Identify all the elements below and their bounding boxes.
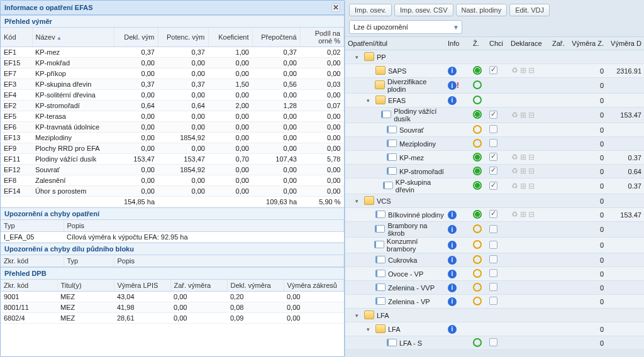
expander-icon[interactable]: ▾: [355, 54, 362, 60]
dpb-col-4[interactable]: Dekl. výměra: [227, 280, 284, 292]
expander-icon[interactable]: ▾: [355, 312, 362, 319]
recycle-icon[interactable]: ♻: [511, 167, 519, 175]
vymery-col-4[interactable]: Koeficient: [208, 28, 252, 47]
minus-box-icon[interactable]: ⊟: [527, 167, 535, 175]
plus-box-icon[interactable]: ⊞: [519, 111, 527, 119]
checkbox[interactable]: [489, 283, 497, 291]
table-row[interactable]: EF5KP-terasa0,000,000,000,000,00: [1, 111, 344, 122]
th-info[interactable]: Info: [445, 37, 470, 50]
table-row[interactable]: EF8Zalesnění0,000,000,000,000,00: [1, 175, 344, 186]
table-row[interactable]: EF15KP-mokřad0,000,000,000,000,00: [1, 58, 344, 69]
table-row[interactable]: EF13Meziplodiny0,001854,920,000,000,00: [1, 133, 344, 143]
info-icon[interactable]: i: [448, 297, 457, 306]
minus-box-icon[interactable]: ⊟: [527, 153, 535, 162]
info-icon[interactable]: i: [448, 81, 457, 90]
th-vz[interactable]: Výměra Z.: [569, 37, 606, 50]
table-row[interactable]: EF2KP-stromořadí0,640,642,001,280,07: [1, 101, 344, 111]
checkbox[interactable]: [489, 167, 497, 175]
tree-row[interactable]: Plodiny vážící dusík♻⊞⊟0153.47: [345, 107, 644, 123]
tree-row[interactable]: ▾PP: [345, 50, 644, 64]
table-row[interactable]: EF4KP-solitérní dřevina0,000,000,000,000…: [1, 90, 344, 101]
plus-box-icon[interactable]: ⊞: [519, 182, 527, 190]
checkbox[interactable]: [489, 125, 497, 133]
table-row[interactable]: EF12Souvrať0,001854,920,000,000,00: [1, 165, 344, 175]
tree-row[interactable]: Souvrať0: [345, 123, 644, 137]
th-chci[interactable]: Chci: [487, 37, 508, 50]
tree-row[interactable]: Konzumní bramboryi0: [345, 238, 644, 253]
vymery-col-0[interactable]: Kód: [1, 28, 32, 47]
table-row[interactable]: EF9Plochy RRD pro EFA0,000,000,000,000,0…: [1, 143, 344, 154]
checkbox[interactable]: [489, 241, 497, 249]
checkbox[interactable]: [489, 297, 497, 305]
checkbox[interactable]: [489, 111, 497, 119]
dpbu-col-1[interactable]: Typ: [64, 255, 114, 267]
recycle-icon[interactable]: ♻: [511, 182, 519, 190]
tree-row[interactable]: Diverzifikace plodini!0: [345, 78, 644, 94]
recycle-icon[interactable]: ♻: [511, 153, 519, 162]
checkbox[interactable]: [489, 269, 497, 277]
btn-imp-osev[interactable]: Imp. osev.: [349, 4, 392, 16]
tree-row[interactable]: Bílkovinné plodinyi♻⊞⊟0153.47: [345, 208, 644, 222]
tree-row[interactable]: Ovoce - VPi0: [345, 267, 644, 281]
dpb-col-1[interactable]: Titul(y): [57, 280, 114, 292]
dpbu-col-0[interactable]: Zkr. kód: [1, 255, 64, 267]
btn-nast-plodiny[interactable]: Nast. plodiny: [456, 4, 508, 16]
table-row[interactable]: I_EFA_05Cílová výměra k výpočtu EFA: 92.…: [1, 232, 344, 243]
btn-imp-osev-csv[interactable]: Imp. osev. CSV: [394, 4, 453, 16]
info-icon[interactable]: i: [448, 283, 457, 292]
table-row[interactable]: EF6KP-travnatá údolnice0,000,000,000,000…: [1, 122, 344, 133]
th-dekl[interactable]: Deklarace: [508, 37, 550, 50]
th-z[interactable]: Ž.: [470, 37, 487, 50]
th-zar[interactable]: Zař.: [550, 37, 569, 50]
table-row[interactable]: EF3KP-skupina dřevin0,370,371,500,560,03: [1, 79, 344, 90]
plus-box-icon[interactable]: ⊞: [519, 167, 527, 175]
minus-box-icon[interactable]: ⊟: [527, 111, 535, 119]
upoz-col-typ[interactable]: Typ: [1, 220, 64, 232]
tree-row[interactable]: KP-mez♻⊞⊟00.37: [345, 151, 644, 165]
info-icon[interactable]: i: [448, 325, 457, 334]
expander-icon[interactable]: ▾: [367, 326, 373, 332]
tree-row[interactable]: KP-skupina dřevin♻⊞⊟00.37: [345, 178, 644, 194]
table-row[interactable]: EF1KP-mez0,370,371,000,370,02: [1, 47, 344, 58]
info-icon[interactable]: i: [448, 211, 457, 219]
recycle-icon[interactable]: ♻: [511, 67, 519, 75]
info-icon[interactable]: i: [448, 241, 457, 250]
checkbox[interactable]: [489, 66, 497, 74]
plus-box-icon[interactable]: ⊞: [519, 67, 527, 75]
minus-box-icon[interactable]: ⊟: [527, 182, 535, 190]
vymery-col-5[interactable]: Přepočtená: [252, 28, 300, 47]
tree-row[interactable]: Meziplodiny0: [345, 137, 644, 151]
vymery-col-6[interactable]: Podíl na orné %: [300, 28, 344, 47]
dpb-col-2[interactable]: Výměra LPIS: [114, 280, 170, 292]
th-vd[interactable]: Výměra D: [606, 37, 644, 50]
expander-icon[interactable]: ▾: [367, 97, 373, 104]
table-row[interactable]: 9001MEZ43,040,000,200,00: [1, 292, 344, 302]
tree-row[interactable]: Zelenina - VPi0: [345, 295, 644, 309]
upoz-col-popis[interactable]: Popis: [64, 220, 344, 232]
checkbox[interactable]: [489, 338, 497, 346]
minus-box-icon[interactable]: ⊟: [527, 211, 535, 219]
dpb-col-0[interactable]: Zkr. kód: [1, 280, 57, 292]
dpb-col-3[interactable]: Zař. výměra: [170, 280, 227, 292]
tree-row[interactable]: ▾EFASi0: [345, 94, 644, 107]
recycle-icon[interactable]: ♻: [511, 211, 519, 219]
info-icon[interactable]: i: [448, 96, 457, 105]
info-icon[interactable]: i: [448, 225, 457, 234]
checkbox[interactable]: [489, 153, 497, 161]
checkbox[interactable]: [489, 210, 497, 218]
info-icon[interactable]: i: [448, 67, 457, 75]
tree-row[interactable]: SAPSi♻⊞⊟02316.91: [345, 64, 644, 78]
info-icon[interactable]: i: [448, 256, 457, 265]
minus-box-icon[interactable]: ⊟: [527, 67, 535, 75]
filter-combo[interactable]: Lze či upozornění ▼: [349, 20, 462, 34]
checkbox[interactable]: [489, 255, 497, 263]
tree-row[interactable]: Zelenina - VVPi0: [345, 281, 644, 295]
info-icon[interactable]: i: [448, 270, 457, 278]
expander-icon[interactable]: ▾: [355, 198, 362, 204]
tree-row[interactable]: ▾LFA: [345, 309, 644, 322]
vymery-col-2[interactable]: Dekl. vým: [114, 28, 158, 47]
plus-box-icon[interactable]: ⊞: [519, 153, 527, 162]
checkbox[interactable]: [489, 139, 497, 147]
table-row[interactable]: EF11Plodiny vážící dusík153,47153,470,70…: [1, 154, 344, 165]
btn-edit-vdj[interactable]: Edit. VDJ: [509, 4, 550, 16]
